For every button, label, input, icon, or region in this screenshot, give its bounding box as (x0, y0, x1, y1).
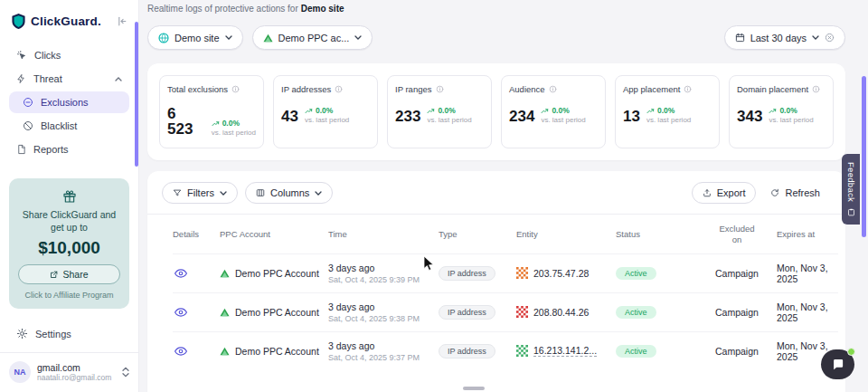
threat-icon (16, 73, 26, 84)
sidebar-item-label: Exclusions (41, 97, 89, 108)
stat-change-value: 0.0% (657, 106, 675, 115)
promo-amount: $10,000 (38, 238, 100, 258)
type-badge: IP address (439, 305, 495, 320)
stat-card-ip-ranges: IP ranges 233 0.0% vs. last period (387, 75, 492, 148)
status-cell: Active (616, 345, 715, 358)
table-row[interactable]: Demo PPC Account 3 days agoSat, Oct 4, 2… (173, 253, 838, 292)
chevron-down-icon (315, 191, 322, 196)
info-icon[interactable] (549, 85, 557, 93)
chat-launcher-button[interactable] (821, 349, 854, 379)
sidebar-item-label: Blacklist (41, 120, 77, 131)
stat-period: vs. last period (541, 116, 585, 124)
details-eye-button[interactable] (173, 269, 220, 278)
columns-icon (256, 188, 265, 197)
feedback-tab-label: Feedback (846, 162, 856, 202)
ppc-account-name: Demo PPC Account (235, 346, 319, 357)
calendar-icon (735, 33, 745, 43)
sidebar-item-reports[interactable]: Reports (9, 139, 129, 160)
entity-identicon (516, 267, 528, 279)
user-menu[interactable]: NA gmail.com naatali.ro@gmail.com (0, 352, 138, 387)
horizontal-scrollbar[interactable] (463, 387, 485, 390)
col-header-type: Type (439, 229, 516, 239)
excluded-on-cell: Campaign (715, 268, 777, 279)
sidebar-scrollbar[interactable] (135, 22, 138, 167)
sidebar-item-label: Settings (35, 329, 71, 339)
table-row[interactable]: Demo PPC Account 3 days agoSat, Oct 4, 2… (173, 292, 838, 331)
time-cell: 3 days agoSat, Oct 4, 2025 9:38 PM (328, 301, 439, 323)
chevron-down-icon (225, 35, 232, 40)
entity-cell: 203.75.47.28 (516, 267, 616, 279)
entity-value: 203.75.47.28 (533, 268, 589, 279)
type-cell: IP address (439, 305, 516, 320)
table-row[interactable]: Demo PPC Account 3 days agoSat, Oct 4, 2… (173, 331, 838, 370)
col-header-excluded-on: Excluded on (715, 224, 759, 245)
filters-button-label: Filters (187, 187, 214, 198)
filters-button[interactable]: Filters (162, 182, 238, 204)
clickguard-logo-icon (11, 13, 26, 30)
excluded-on-cell: Campaign (715, 346, 777, 357)
details-eye-button[interactable] (173, 308, 220, 317)
col-header-time: Time (328, 229, 439, 239)
logs-table: Details PPC Account Time Type Entity Sta… (147, 215, 845, 370)
stat-period: vs. last period (305, 116, 349, 124)
stat-card-audience: Audience 234 0.0% vs. last period (501, 75, 606, 148)
sidebar-item-clicks[interactable]: Clicks (9, 44, 129, 66)
trend-up-icon (212, 120, 220, 127)
trend-up-icon (541, 108, 549, 114)
stat-period: vs. last period (769, 116, 813, 124)
sidebar-item-blacklist[interactable]: Blacklist (9, 115, 129, 137)
col-header-entity: Entity (516, 229, 616, 239)
affiliate-promo-card[interactable]: Share ClickGuard and get up to $10,000 S… (9, 178, 129, 309)
eye-icon (175, 347, 187, 356)
promo-text: Share ClickGuard and get up to (23, 208, 116, 234)
blacklist-icon (23, 120, 33, 131)
ppc-account-filter[interactable]: Demo PPC ac... (252, 25, 373, 50)
sidebar-item-settings[interactable]: Settings (9, 322, 129, 345)
stat-value: 234 (509, 109, 534, 124)
share-button[interactable]: Share (18, 264, 120, 284)
stat-value: 43 (281, 109, 298, 124)
ppc-account-cell: Demo PPC Account (220, 346, 328, 357)
date-range-filter[interactable]: Last 30 days (724, 25, 845, 50)
gear-icon (16, 328, 28, 339)
user-name: gmail.com (37, 362, 111, 374)
table-header-row: Details PPC Account Time Type Entity Sta… (173, 215, 838, 253)
sidebar-item-label: Threat (33, 73, 62, 84)
eye-icon (175, 269, 187, 278)
export-button[interactable]: Export (692, 182, 757, 204)
columns-button[interactable]: Columns (245, 182, 333, 204)
info-icon[interactable] (684, 85, 692, 93)
entity-value: 16.213.141.2... (533, 345, 597, 357)
sidebar-item-exclusions[interactable]: Exclusions (9, 91, 129, 113)
sidebar-item-threat[interactable]: Threat (9, 68, 129, 90)
ppc-account-cell: Demo PPC Account (220, 268, 328, 279)
reports-icon (16, 144, 26, 155)
time-relative: 3 days ago (328, 263, 439, 273)
feedback-board-icon (847, 208, 855, 216)
site-filter[interactable]: Demo site (147, 25, 243, 50)
info-icon[interactable] (436, 85, 444, 93)
col-header-ppc-account: PPC Account (220, 229, 328, 239)
time-cell: 3 days agoSat, Oct 4, 2025 9:37 PM (328, 340, 439, 362)
affiliate-link[interactable]: Click to Affiliate Program (25, 291, 114, 300)
columns-button-label: Columns (270, 187, 309, 198)
info-icon[interactable] (812, 85, 820, 93)
feedback-tab[interactable]: Feedback (842, 154, 860, 225)
info-icon[interactable] (231, 85, 240, 93)
refresh-button-label: Refresh (785, 187, 820, 198)
time-cell: 3 days agoSat, Oct 4, 2025 9:39 PM (328, 263, 439, 284)
clickguard-logo-text: ClickGuard. (31, 14, 111, 28)
collapse-sidebar-icon[interactable] (116, 15, 127, 27)
avatar: NA (9, 361, 31, 383)
expires-at-cell: Mon, Nov 3, 2025 (777, 301, 838, 323)
stat-change-value: 0.0% (438, 106, 455, 115)
status-badge: Active (616, 345, 656, 358)
vertical-scrollbar[interactable] (862, 76, 866, 237)
details-eye-button[interactable] (173, 347, 220, 356)
ads-account-icon (263, 33, 273, 43)
refresh-button[interactable]: Refresh (760, 182, 831, 204)
clear-date-icon[interactable] (825, 33, 835, 43)
info-icon[interactable] (335, 85, 343, 93)
stat-label: Audience (509, 84, 545, 94)
status-badge: Active (616, 306, 656, 319)
